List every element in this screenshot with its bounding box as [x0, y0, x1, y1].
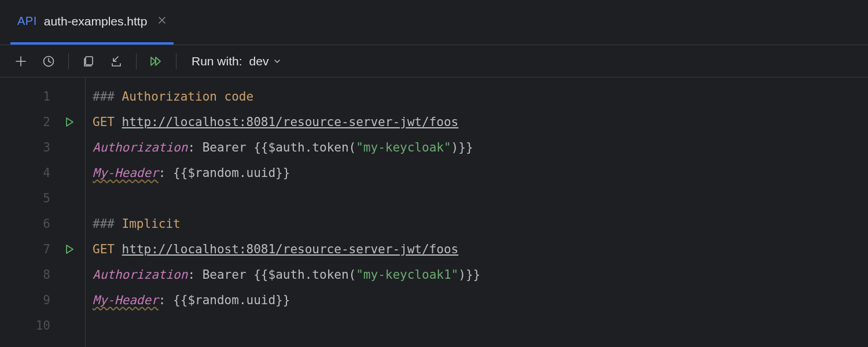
expr-fn-close: ) — [451, 141, 459, 154]
space — [115, 115, 122, 129]
expr-body: $random.uuid — [187, 166, 275, 180]
expr-close: }} — [275, 293, 290, 307]
code-line[interactable] — [93, 313, 868, 338]
expr-string: "my-keycloak1" — [356, 268, 458, 282]
section-marker: ### — [93, 90, 122, 104]
run-with-label: Run with: — [192, 54, 242, 68]
expr-open: {{ — [173, 166, 187, 180]
toolbar-separator — [68, 53, 69, 69]
code-line[interactable]: GET http://localhost:8081/resource-serve… — [93, 109, 868, 135]
expr-fn: $auth.token( — [268, 141, 356, 154]
header-name: Authorization — [93, 141, 187, 154]
gutter-spacer — [63, 268, 76, 281]
line-number: 5 — [0, 191, 63, 205]
tab-bar: API auth-examples.http — [0, 0, 868, 45]
expr-string: "my-keycloak" — [356, 141, 451, 154]
code-area[interactable]: ### Authorization codeGET http://localho… — [86, 77, 868, 347]
section-title: Authorization code — [122, 90, 254, 104]
section-marker: ### — [93, 217, 122, 231]
gutter-row: 6 — [0, 211, 85, 237]
code-line[interactable]: GET http://localhost:8081/resource-serve… — [93, 237, 868, 262]
line-number: 9 — [0, 293, 63, 307]
run-request-icon[interactable] — [63, 243, 76, 256]
expr-open: {{ — [173, 293, 187, 307]
gutter-spacer — [63, 294, 76, 307]
line-number: 10 — [0, 319, 63, 333]
code-line[interactable]: Authorization: Bearer {{$auth.token("my-… — [93, 135, 868, 160]
expr-fn-close: ) — [458, 268, 466, 282]
gutter-row: 4 — [0, 160, 85, 186]
line-number: 2 — [0, 115, 63, 129]
code-line[interactable]: My-Header: {{$random.uuid}} — [93, 160, 868, 186]
header-name: My-Header — [93, 166, 159, 180]
gutter-spacer — [63, 319, 76, 332]
expr-close: }} — [275, 166, 290, 180]
code-line[interactable] — [93, 186, 868, 211]
editor[interactable]: 12345678910 ### Authorization codeGET ht… — [0, 77, 868, 347]
svg-rect-1 — [86, 57, 93, 65]
gutter-spacer — [63, 192, 76, 205]
separator: : — [159, 166, 173, 180]
code-line[interactable]: Authorization: Bearer {{$auth.token("my-… — [93, 262, 868, 287]
gutter-row: 10 — [0, 313, 85, 338]
toolbar: Run with: dev — [0, 45, 868, 77]
gutter-row: 2 — [0, 109, 85, 135]
import-icon[interactable] — [109, 54, 123, 68]
gutter-row: 3 — [0, 135, 85, 160]
toolbar-separator — [176, 53, 176, 69]
run-all-icon[interactable] — [149, 54, 163, 68]
tab-filetype-badge: API — [17, 14, 37, 28]
close-icon[interactable] — [157, 15, 167, 28]
run-request-icon[interactable] — [63, 116, 76, 128]
line-number: 7 — [0, 242, 63, 256]
expr-open: {{ — [253, 268, 268, 282]
expr-open: {{ — [253, 141, 268, 154]
chevron-down-icon — [273, 57, 281, 65]
expr-close: }} — [466, 268, 480, 282]
gutter-row: 1 — [0, 84, 85, 109]
expr-close: }} — [458, 141, 473, 154]
line-number: 1 — [0, 90, 63, 104]
header-name: My-Header — [93, 293, 159, 307]
gutter: 12345678910 — [0, 77, 86, 347]
examples-icon[interactable] — [82, 54, 95, 68]
expr-body: $random.uuid — [187, 293, 275, 307]
expr-fn: $auth.token( — [268, 268, 356, 282]
gutter-row: 5 — [0, 186, 85, 211]
environment-dropdown[interactable]: dev — [249, 54, 282, 68]
line-number: 6 — [0, 217, 63, 231]
header-value-prefix: Bearer — [203, 141, 254, 154]
header-name: Authorization — [93, 268, 187, 282]
space — [115, 242, 122, 256]
add-icon[interactable] — [14, 54, 28, 68]
gutter-row: 7 — [0, 237, 85, 262]
http-method: GET — [93, 115, 115, 129]
request-url: http://localhost:8081/resource-server-jw… — [122, 115, 459, 129]
request-url: http://localhost:8081/resource-server-jw… — [122, 242, 459, 256]
section-title: Implicit — [122, 217, 181, 231]
code-line[interactable]: ### Authorization code — [93, 84, 868, 109]
http-method: GET — [93, 242, 115, 256]
environment-value: dev — [249, 54, 269, 68]
separator: : — [187, 141, 202, 154]
gutter-row: 8 — [0, 262, 85, 287]
header-value-prefix: Bearer — [203, 268, 254, 282]
line-number: 3 — [0, 141, 63, 154]
gutter-spacer — [63, 217, 76, 230]
separator: : — [159, 293, 173, 307]
gutter-spacer — [63, 167, 76, 179]
code-line[interactable]: My-Header: {{$random.uuid}} — [93, 287, 868, 313]
tab-active[interactable]: API auth-examples.http — [10, 0, 174, 45]
separator: : — [187, 268, 202, 282]
line-number: 8 — [0, 268, 63, 282]
code-line[interactable]: ### Implicit — [93, 211, 868, 237]
history-icon[interactable] — [42, 54, 56, 68]
gutter-spacer — [63, 141, 76, 154]
tab-filename: auth-examples.http — [44, 14, 148, 28]
gutter-row: 9 — [0, 287, 85, 313]
toolbar-separator — [136, 53, 137, 69]
gutter-spacer — [63, 90, 76, 103]
line-number: 4 — [0, 166, 63, 180]
